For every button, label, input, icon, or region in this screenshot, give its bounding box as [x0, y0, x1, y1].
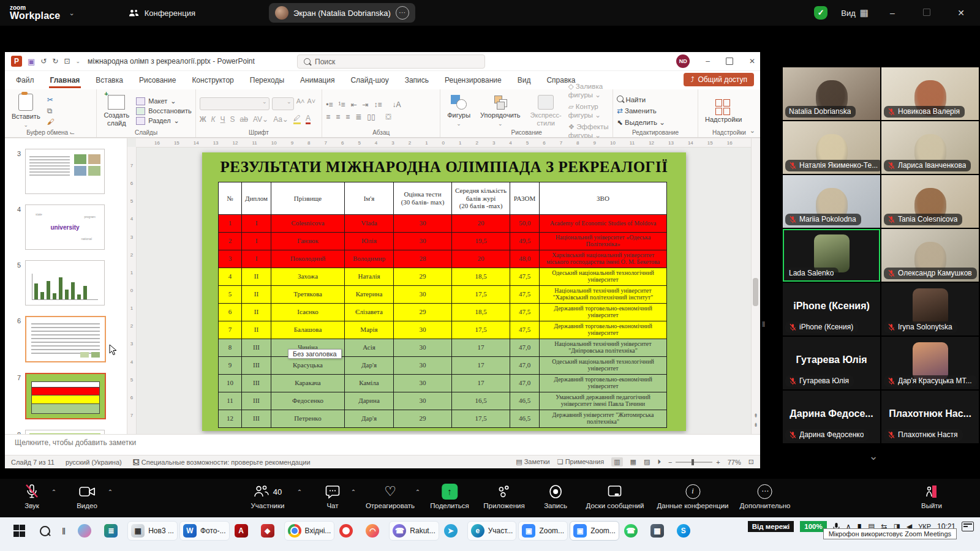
tab-screen-share[interactable]: Экран (Natalia Dobrianska) ⋯ — [269, 3, 415, 23]
task-view-icon[interactable]: ‖ — [62, 526, 66, 536]
participant-tile[interactable]: Новикова Валерія — [881, 67, 979, 120]
participant-tile[interactable]: Гутарева ЮліяГутарева Юлія — [783, 337, 880, 389]
justify-icon[interactable]: ≣ — [355, 113, 361, 121]
layout-button[interactable]: Макет ⌄ — [136, 97, 191, 105]
restore-button[interactable] — [916, 8, 937, 18]
format-painter-icon[interactable]: 🖌︎ — [47, 118, 55, 126]
reset-slide-button[interactable]: Восстановить — [136, 107, 191, 115]
participant-tile[interactable]: Tania Colesnicova — [881, 175, 979, 228]
smartart-icon[interactable]: ⛋ — [386, 113, 391, 121]
ppt-restore-button[interactable] — [726, 58, 733, 65]
video-button[interactable]: Видео — [77, 484, 97, 509]
ppt-close-button[interactable]: ✕ — [749, 57, 755, 66]
chat-button[interactable]: Чат — [325, 484, 340, 509]
taskbar-app-zoom[interactable]: ▣Zoom... — [570, 521, 619, 541]
workspace-chevron-icon[interactable]: ⌄ — [69, 9, 74, 17]
tab-meeting[interactable]: Конференция — [129, 9, 195, 18]
audio-button[interactable]: Звук — [24, 484, 39, 509]
zoom-slider[interactable]: −+ — [668, 459, 720, 466]
taskbar-app-photos-app[interactable]: ▦Нов3 ... — [127, 521, 178, 541]
react-button[interactable]: ♡ Отреагировать — [366, 484, 415, 509]
notes-placeholder[interactable]: Щелкните, чтобы добавить заметки — [5, 434, 760, 455]
participant-tile[interactable]: iPhone (Ксения)iPhone (Ксения) — [783, 283, 880, 335]
undo-icon[interactable]: ↺ — [40, 57, 47, 66]
bullets-icon[interactable]: •≡ — [326, 100, 333, 109]
taskbar-app-media-app[interactable]: ◆ — [258, 522, 282, 540]
participant-tile[interactable]: Дарина Федосе...Дарина Федосенко — [783, 391, 880, 443]
shapes-button[interactable]: Фигуры ⌄ — [444, 93, 473, 129]
reading-view-icon[interactable]: ▨ — [644, 458, 650, 466]
ppt-scrollbar[interactable]: ⇞⇟ — [751, 138, 760, 434]
minimize-button[interactable]: – — [882, 8, 903, 18]
account-avatar[interactable]: ND — [676, 54, 690, 68]
columns-icon[interactable]: ▯▯ — [367, 113, 375, 121]
close-button[interactable]: ✕ — [951, 8, 971, 18]
ribbon-tab-рецензирование[interactable]: Рецензирование — [443, 72, 503, 88]
taskbar-app-viber[interactable]: ☎Rakut... — [389, 521, 439, 541]
participants-chevron-icon[interactable]: ⌃ — [297, 489, 302, 495]
shrink-font-icon[interactable]: A˅ — [307, 97, 315, 110]
line-spacing-icon[interactable]: ↕≡ — [374, 100, 382, 109]
copy-icon[interactable]: ⧉ — [47, 107, 55, 115]
participant-tile[interactable]: Лариса Іванченкова — [881, 121, 979, 174]
view-button[interactable]: Вид ▦ — [841, 7, 869, 18]
react-chevron-icon[interactable]: ⌃ — [415, 489, 420, 495]
participant-tile[interactable]: Mariia Pokolodna — [783, 175, 880, 228]
taskbar-app-word[interactable]: WФото-... — [179, 521, 230, 541]
taskbar-app-telegram[interactable]: ➤ — [441, 522, 466, 540]
align-center-icon[interactable]: ≡ — [336, 113, 340, 121]
quick-access-chevron-icon[interactable]: ⌄ — [75, 58, 80, 64]
text-direction-icon[interactable]: ↓A — [393, 100, 401, 109]
taskbar-search-icon[interactable] — [40, 526, 50, 536]
ribbon-tab-главная[interactable]: Главная — [49, 72, 81, 88]
bold-icon[interactable]: Ж — [200, 115, 206, 124]
align-left-icon[interactable]: ≡ — [326, 113, 330, 121]
collapse-ribbon-icon[interactable]: ⌄ — [750, 127, 755, 135]
participant-tile[interactable]: Плахотнюк Нас...Плахотнюк Настя — [881, 391, 979, 443]
apps-button[interactable]: Приложения — [483, 484, 524, 509]
start-button[interactable] — [13, 525, 26, 537]
ribbon-tab-файл[interactable]: Файл — [15, 72, 36, 88]
char-spacing-icon[interactable]: AV⌄ — [253, 115, 268, 124]
taskbar-app-whatsapp[interactable]: ☎ — [621, 522, 646, 540]
paste-button[interactable]: Вставить ⌄ — [9, 93, 43, 129]
start-slideshow-icon[interactable]: ⊡ — [64, 57, 70, 66]
slide-thumbnail-8[interactable]: 8 — [13, 430, 127, 434]
cut-icon[interactable]: ✂ — [47, 96, 55, 104]
taskbar-app-acrobat[interactable]: A — [232, 522, 256, 540]
taskbar-app-zoom[interactable]: ▣Zoom... — [518, 521, 568, 541]
video-chevron-icon[interactable]: ⌃ — [108, 489, 113, 495]
slide-thumbnail-7[interactable]: 7 — [13, 373, 127, 419]
quick-styles-button[interactable]: Экспресс- стили — [527, 93, 565, 129]
ribbon-tab-рисование[interactable]: Рисование — [138, 72, 177, 88]
decrease-indent-icon[interactable]: ⇤ — [350, 100, 356, 109]
ppt-minimize-button[interactable]: – — [706, 57, 710, 66]
underline-icon[interactable]: Ч — [221, 115, 225, 124]
slide-sorter-icon[interactable]: ▦ — [630, 458, 636, 466]
taskbar-app-firefox[interactable]: ◠ — [363, 522, 387, 540]
italic-icon[interactable]: К — [211, 115, 216, 124]
fit-to-window-icon[interactable]: ⊡ — [748, 458, 754, 466]
language-indicator[interactable]: русский (Украина) — [66, 459, 122, 466]
ribbon-tab-переходы[interactable]: Переходы — [249, 72, 285, 88]
more-button[interactable]: ⋯ Дополнительно — [740, 484, 791, 509]
align-right-icon[interactable]: ≡ — [345, 113, 350, 121]
whiteboard-button[interactable]: Доски сообщений — [586, 484, 644, 509]
arrange-button[interactable]: Упорядочить ⌄ — [477, 93, 523, 129]
participants-button[interactable]: 40 Участники — [251, 484, 285, 509]
taskbar-app-opera[interactable] — [336, 522, 361, 540]
record-button[interactable]: Запись — [544, 484, 567, 509]
slide-thumbnail-4[interactable]: 4universitystateprogramnational — [13, 204, 127, 250]
audio-chevron-icon[interactable]: ⌃ — [51, 489, 56, 495]
zoom-percent[interactable]: 77% — [728, 459, 741, 466]
grow-font-icon[interactable]: A˄ — [296, 97, 305, 110]
participant-tile[interactable]: Наталія Якименко-Те... — [783, 121, 880, 174]
taskbar-app-calculator[interactable]: ▦ — [647, 522, 672, 540]
next-slide-icon[interactable]: ⇟ — [753, 422, 758, 428]
slide-thumbnail-5[interactable]: 5 — [13, 260, 127, 305]
highlight-icon[interactable]: 🖊︎ — [293, 114, 301, 124]
ribbon-tab-слайд-шоу[interactable]: Слайд-шоу — [349, 72, 390, 88]
increase-indent-icon[interactable]: ⇥ — [362, 100, 368, 109]
panel-resize-handle[interactable]: ‖ — [762, 320, 766, 329]
section-button[interactable]: Раздел ⌄ — [136, 117, 191, 125]
